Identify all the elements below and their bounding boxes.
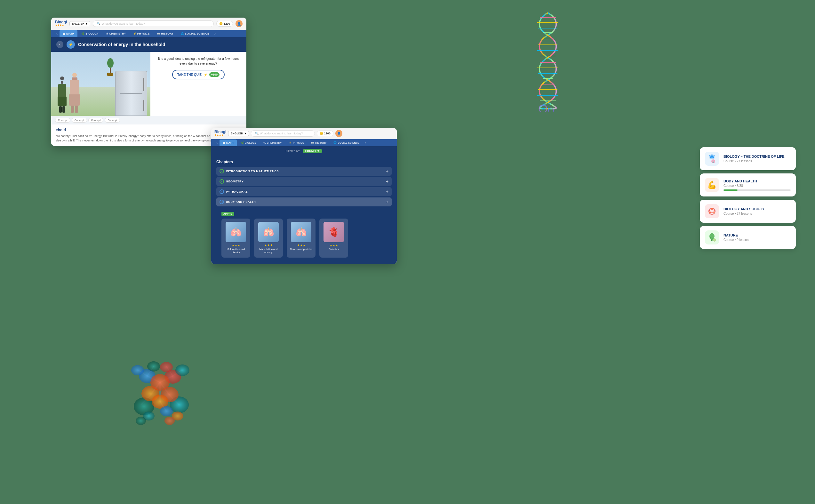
course-card-biology-doctrine[interactable]: 🔬 BIOLOGY – THE DOCTRINE OF LIFE Course … (700, 147, 796, 170)
chapter-icon-geometry: ✓ (220, 179, 224, 184)
body-health-info: BODY AND HEALTH Course • 8/38 (723, 179, 791, 191)
coin-icon-1: 🪙 (219, 22, 223, 25)
chapter-expand-body[interactable]: + (386, 199, 388, 204)
lesson-card-diabetes[interactable]: 🫀 ★★★ Diabetes (319, 219, 348, 258)
body-health-progress-fill (723, 189, 738, 191)
tab-math-1[interactable]: ▦ MATH (60, 30, 77, 37)
tab-social-1[interactable]: 🌐 SOCIAL SCIENCE (178, 30, 212, 37)
chapter-row-pythagoras[interactable]: ✓ PYTHAGORAS + (216, 187, 392, 196)
search-icon-2: 🔍 (255, 132, 259, 135)
course-card-body-health[interactable]: 💪 BODY AND HEALTH Course • 8/38 (700, 173, 796, 196)
filter-label-2: Filtered on: (286, 149, 300, 153)
biology-doctrine-sub: Course • 27 lessons (723, 159, 791, 163)
physics-icon-1: ⚡ (133, 32, 136, 35)
language-button-1[interactable]: ENGLISH ▼ (69, 21, 90, 26)
language-button-2[interactable]: ENGLISH ▼ (228, 131, 249, 136)
lesson-icon-1: ⚡ (67, 40, 75, 49)
filter-bar-2: Filtered on: FORM 1 ▼ (211, 146, 397, 156)
tab-biology-label-1: BIOLOGY (85, 32, 99, 35)
chapters-title-2: Chapters (216, 160, 392, 164)
tab-biology-1[interactable]: 🌿 BIOLOGY (78, 30, 102, 37)
tab-biology-2[interactable]: 🌿 BIOLOGY (237, 140, 260, 146)
svg-point-59 (713, 212, 715, 213)
chapter-expand-pythagoras[interactable]: + (386, 189, 388, 194)
biology-doctrine-icon: 🔬 (705, 152, 719, 166)
avatar-1: 👤 (236, 20, 243, 27)
biology-icon-2: 🌿 (241, 141, 244, 144)
take-quiz-button-1[interactable]: TAKE THE QUIZ ⚡ +100 (172, 70, 225, 79)
course-card-nature[interactable]: NATURE Course • 9 lessons (700, 226, 796, 249)
lesson-thumb-4: 🫀 (324, 222, 344, 242)
svg-point-41 (175, 364, 189, 376)
tab-chemistry-1[interactable]: ⚗ CHEMISTRY (103, 30, 129, 37)
biology-doctrine-info: BIOLOGY – THE DOCTRINE OF LIFE Course • … (723, 155, 791, 163)
points-badge-2: 🪙 1200 (317, 131, 333, 136)
back-button-1[interactable]: ‹ (56, 41, 63, 48)
social-icon-1: 🌐 (181, 32, 184, 35)
search-bar-1[interactable]: 🔍 What do you want to learn today? (93, 20, 214, 27)
lesson-card-malnutrition-1[interactable]: 🫁 ★★★ Malnutrition and obesity (221, 219, 250, 258)
chapters-panel-2: Chapters ✓ INTRODUCTION TO MATHEMATICS +… (211, 156, 397, 264)
chapter-expand-geometry[interactable]: + (386, 179, 388, 184)
chapter-expand-intro[interactable]: + (386, 169, 388, 174)
search-icon-1: 🔍 (97, 22, 100, 25)
svg-text:🔬: 🔬 (712, 160, 715, 163)
tab-physics-1[interactable]: ⚡ PHYSICS (130, 30, 153, 37)
lesson-card-malnutrition-2[interactable]: 🫁 ★★★ Malnutrition and obesity (254, 219, 283, 258)
nav-arrow-right-1[interactable]: › (213, 30, 217, 37)
chapter-label-pythagoras: PYTHAGORAS (226, 190, 386, 193)
chapter-row-intro[interactable]: ✓ INTRODUCTION TO MATHEMATICS + (216, 167, 392, 176)
svg-point-60 (709, 212, 711, 213)
logo-dots-1: ★★★★ (55, 24, 67, 27)
concept-chip-4[interactable]: Concept (105, 118, 120, 123)
biology-doctrine-title: BIOLOGY – THE DOCTRINE OF LIFE (723, 155, 791, 158)
math-icon-1: ▦ (63, 32, 65, 35)
svg-point-61 (713, 238, 716, 242)
concept-chip-3[interactable]: Concept (88, 118, 104, 123)
nature-info: NATURE Course • 9 lessons (723, 233, 791, 242)
biology-society-icon (705, 204, 719, 218)
tab-biology-label-2: BIOLOGY (245, 141, 257, 144)
chapter-row-body[interactable]: ◑ BODY AND HEALTH + (216, 197, 392, 206)
tab-physics-2[interactable]: ⚡ PHYSICS (285, 140, 307, 146)
lesson-thumb-1: 🫁 (226, 222, 246, 242)
nav-arrow-right-2[interactable]: › (363, 139, 367, 146)
lesson-name-2: Malnutrition and obesity (257, 248, 280, 254)
tab-math-label-2: MATH (226, 141, 234, 144)
body-health-progress-container (723, 189, 791, 191)
lessons-grid-2: 🫁 ★★★ Malnutrition and obesity 🫁 ★★★ Mal… (221, 219, 387, 258)
appro-badge-2: APPRO (221, 212, 234, 216)
search-bar-2[interactable]: 🔍 What do you want to learn today? (251, 130, 315, 137)
binogi-logo-2: Binogi ★★★★ (214, 130, 226, 137)
tab-math-label-1: MATH (66, 32, 74, 35)
video-quiz-area-1: It is a good idea to unplug the refriger… (51, 52, 246, 116)
nav-arrow-left-2[interactable]: ‹ (215, 139, 219, 146)
tab-physics-label-2: PHYSICS (293, 141, 304, 144)
tab-history-2[interactable]: 📖 HISTORY (308, 140, 330, 146)
browser-window-2: Binogi ★★★★ ENGLISH ▼ 🔍 What do you want… (211, 128, 397, 264)
course-card-biology-society[interactable]: BIOLOGY AND SOCIETY Course • 27 lessons (700, 200, 796, 223)
take-quiz-label-1: TAKE THE QUIZ (177, 73, 202, 76)
concept-chip-2[interactable]: Concept (72, 118, 87, 123)
tab-social-label-1: SOCIAL SCIENCE (185, 32, 209, 35)
avatar-2: 👤 (335, 130, 342, 137)
tab-social-2[interactable]: 🌐 SOCIAL SCIENCE (330, 140, 363, 146)
chapter-row-geometry[interactable]: ✓ GEOMETRY + (216, 177, 392, 186)
lesson-name-1: Malnutrition and obesity (225, 248, 247, 254)
tab-math-2[interactable]: ▦ MATH (220, 140, 237, 146)
biology-icon-1: 🌿 (81, 32, 84, 35)
lesson-card-genes[interactable]: 🫁 ★★★ Genes and proteins (287, 219, 316, 258)
concept-chip-1[interactable]: Concept (55, 118, 70, 123)
svg-point-42 (131, 365, 144, 375)
search-placeholder-1: What do you want to learn today? (102, 22, 145, 25)
filter-value-2[interactable]: FORM 1 ▼ (303, 149, 322, 153)
tab-physics-label-1: PHYSICS (137, 32, 150, 35)
tab-chemistry-2[interactable]: ⚗ CHEMISTRY (260, 140, 285, 146)
tab-history-1[interactable]: 📖 HISTORY (154, 30, 177, 37)
chapter-icon-pythagoras: ✓ (220, 189, 224, 194)
history-icon-1: 📖 (157, 32, 160, 35)
tab-chemistry-label-1: CHEMISTRY (109, 32, 126, 35)
tab-history-label-2: HISTORY (315, 141, 326, 144)
social-icon-2: 🌐 (333, 141, 337, 144)
nav-arrow-left-1[interactable]: ‹ (55, 30, 59, 37)
